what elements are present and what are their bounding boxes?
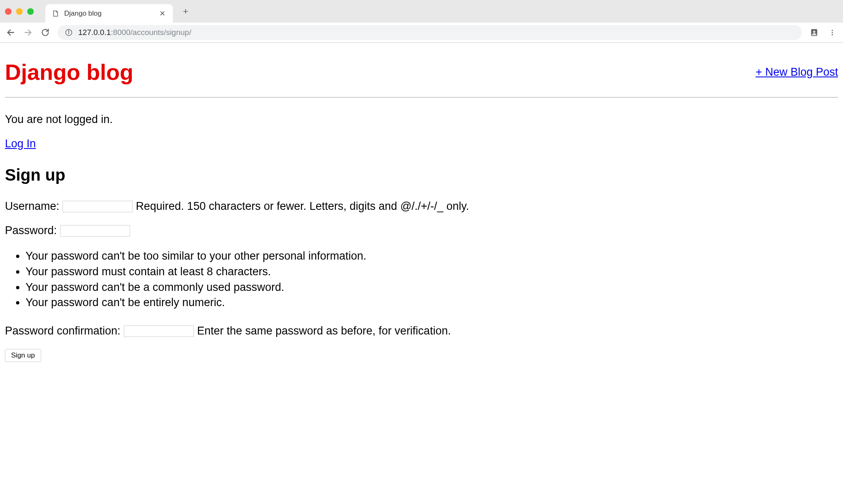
password-rule: Your password can't be entirely numeric. [26, 295, 838, 311]
page-icon [52, 10, 59, 17]
maximize-window-button[interactable] [27, 8, 34, 15]
password-rule: Your password can't be a commonly used p… [26, 280, 838, 295]
close-window-button[interactable] [5, 8, 12, 15]
password-label: Password: [5, 224, 57, 237]
password-rule: Your password can't be too similar to yo… [26, 249, 838, 264]
site-title: Django blog [5, 59, 133, 85]
browser-chrome: Django blog ✕ + [0, 0, 843, 43]
back-button[interactable] [6, 28, 16, 37]
tab-title: Django blog [64, 9, 153, 18]
url-port: :8000 [111, 28, 130, 37]
site-info-icon[interactable] [65, 29, 72, 36]
signup-button[interactable]: Sign up [5, 349, 41, 362]
username-help: Required. 150 characters or fewer. Lette… [136, 200, 469, 213]
navigation-bar: 127.0.0.1:8000/accounts/signup/ [0, 23, 843, 42]
menu-icon[interactable] [827, 28, 837, 37]
page-header: Django blog + New Blog Post [5, 59, 838, 85]
password-confirm-input[interactable] [124, 325, 194, 337]
close-tab-button[interactable]: ✕ [158, 9, 166, 18]
page-content: Django blog + New Blog Post You are not … [0, 43, 843, 367]
password-confirm-row: Password confirmation: Enter the same pa… [5, 325, 838, 337]
password-input[interactable] [60, 225, 130, 237]
tab-bar: Django blog ✕ + [0, 0, 843, 23]
svg-point-8 [832, 32, 833, 33]
reload-button[interactable] [40, 28, 50, 37]
window-controls [5, 8, 34, 15]
profile-icon[interactable] [809, 28, 819, 37]
password-confirm-label: Password confirmation: [5, 325, 121, 337]
address-bar[interactable]: 127.0.0.1:8000/accounts/signup/ [58, 25, 802, 40]
password-rules-list: Your password can't be too similar to yo… [5, 249, 838, 311]
toolbar-right [809, 28, 837, 37]
username-label: Username: [5, 200, 59, 213]
url-host: 127.0.0.1 [78, 28, 111, 37]
url-path: /accounts/signup/ [130, 28, 191, 37]
divider [5, 97, 838, 98]
svg-point-7 [832, 30, 833, 31]
url-text: 127.0.0.1:8000/accounts/signup/ [78, 28, 191, 37]
svg-point-9 [832, 34, 833, 35]
username-input[interactable] [63, 201, 133, 212]
password-confirm-help: Enter the same password as before, for v… [197, 325, 451, 337]
password-rule: Your password must contain at least 8 ch… [26, 264, 838, 280]
new-post-link[interactable]: + New Blog Post [756, 66, 838, 79]
svg-point-4 [68, 31, 69, 32]
svg-point-6 [813, 30, 815, 33]
login-link[interactable]: Log In [5, 137, 36, 150]
username-row: Username: Required. 150 characters or fe… [5, 200, 838, 213]
new-tab-button[interactable]: + [179, 6, 192, 17]
minimize-window-button[interactable] [16, 8, 23, 15]
login-status: You are not logged in. [5, 113, 838, 126]
browser-tab[interactable]: Django blog ✕ [45, 4, 173, 23]
forward-button[interactable] [23, 28, 33, 37]
password-row: Password: [5, 224, 838, 237]
signup-heading: Sign up [5, 166, 838, 184]
